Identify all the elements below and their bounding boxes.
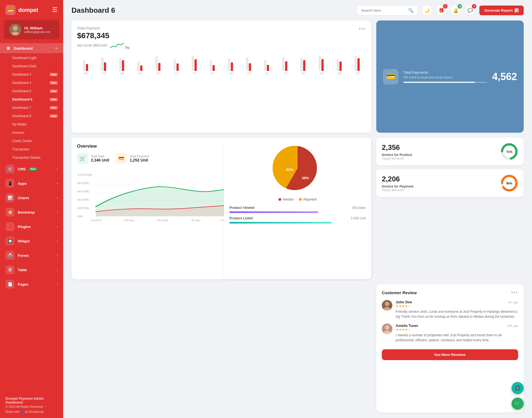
red-bar xyxy=(140,65,142,71)
sidebar-section-item[interactable]: 📱 Apps › xyxy=(0,176,63,191)
new-badge: New xyxy=(50,89,58,93)
reviewer-2-avatar xyxy=(382,324,392,334)
svg-point-1 xyxy=(13,26,18,31)
sidebar-submenu-item[interactable]: Dashboard 8New xyxy=(0,112,63,120)
bar-label: 13 xyxy=(211,72,214,75)
sidebar-submenu-item[interactable]: Dashboard 4New xyxy=(0,79,63,87)
bar-group: 15 xyxy=(240,49,257,75)
header: Dashboard 6 🔍 🌙 🎁 2 🔔 12 💬 5 Gen xyxy=(63,0,532,20)
svg-text:1000k: 1000k xyxy=(77,173,93,176)
gray-bar xyxy=(228,58,230,71)
bar-label: 14 xyxy=(229,72,232,75)
sidebar-submenu-item[interactable]: Transaction xyxy=(0,145,63,153)
red-bar xyxy=(321,59,324,71)
section-label: Widget xyxy=(18,239,30,243)
sidebar-section-item[interactable]: 🖨️ Forms › xyxy=(0,248,63,263)
header-right: 🔍 🌙 🎁 2 🔔 12 💬 5 Generate Report 📊 xyxy=(357,5,524,16)
inv-product-target: Target 3k/month xyxy=(382,157,412,160)
fab-container: 🎧 🛒 xyxy=(511,382,524,410)
hamburger-icon[interactable]: ☰ xyxy=(52,6,58,14)
sidebar-footer: Dompet Payment Admin Dashboard © 2023 Al… xyxy=(0,392,63,418)
invoice-legend-label: Invoice xyxy=(283,198,293,201)
sidebar-section-item[interactable]: 📄 Pages › xyxy=(0,277,63,291)
sidebar-submenu-item[interactable]: My Wallet xyxy=(0,120,63,129)
dashboard-icon: ⊞ xyxy=(6,46,11,50)
generate-report-button[interactable]: Generate Report 📊 xyxy=(479,6,524,15)
footer-made-with: Made with 💙 by DexignLab xyxy=(6,410,58,414)
sidebar-section-item[interactable]: 📊 Charts › xyxy=(0,191,63,205)
sidebar-section-item[interactable]: 🔲 Widget › xyxy=(0,234,63,248)
sidebar-submenu-item[interactable]: Dashboard 7New xyxy=(0,104,63,112)
page-title: Dashboard 6 xyxy=(71,6,115,15)
sidebar-submenu-item[interactable]: Dashboard Light xyxy=(0,54,63,62)
last-month-text: last month $563,443 xyxy=(77,43,107,47)
chat-button[interactable]: 💬 5 xyxy=(465,5,475,16)
bar-label: 09 xyxy=(139,72,141,75)
gray-bar xyxy=(319,56,321,71)
gray-bar xyxy=(174,59,176,71)
bar-group: 18 xyxy=(295,49,311,75)
bar-wrap xyxy=(337,49,342,71)
section-icon: 📊 xyxy=(6,193,14,202)
inv-payment-target: Target 3k/month xyxy=(382,188,413,192)
review-more-icon[interactable]: ••• xyxy=(511,290,518,296)
svg-point-32 xyxy=(385,302,389,306)
sidebar-submenu-item[interactable]: Dashboard 6New xyxy=(0,95,63,104)
red-bar xyxy=(177,63,179,71)
bar-group: 19 xyxy=(313,49,329,75)
mini-line-chart xyxy=(110,41,124,49)
bar-label: 21 xyxy=(356,72,359,75)
main-content: Dashboard 6 🔍 🌙 🎁 2 🔔 12 💬 5 Gen xyxy=(63,0,532,418)
bell-button[interactable]: 🔔 12 xyxy=(451,5,461,16)
gray-bar xyxy=(83,60,85,71)
reviewer-2-text: I viewed a number of properties with Jus… xyxy=(396,333,518,343)
sidebar-submenu-item[interactable]: Dashboard 3New xyxy=(0,70,63,79)
footer-title: Dompet Payment Admin Dashboard xyxy=(6,397,58,404)
sidebar-submenu-item[interactable]: Dashboard Dark xyxy=(0,62,63,70)
bar-label: 20 xyxy=(338,72,341,75)
review-item-2: Amelia Tuner 10h ago ★★★★★ I viewed a nu… xyxy=(382,324,518,343)
customer-review-card: Customer Review ••• John Doe 5m ago ★★★★… xyxy=(376,284,524,412)
red-bar xyxy=(195,59,197,71)
red-bar xyxy=(303,60,305,71)
chevron-right-icon: › xyxy=(57,182,58,185)
svg-text:38%: 38% xyxy=(302,176,309,180)
sidebar-section-item[interactable]: ⚙️ CMS New › xyxy=(0,162,63,176)
product-stats: Product Viewed 561/days Product Listed 3… xyxy=(229,206,366,224)
cart-fab[interactable]: 🛒 xyxy=(511,398,524,410)
new-badge: New xyxy=(50,106,58,109)
sidebar-submenu-item[interactable]: Transaction Details xyxy=(0,153,63,162)
bar-wrap xyxy=(210,49,215,71)
see-more-reviews-button[interactable]: See More Reviews xyxy=(382,349,518,360)
sidebar: 💳 dompet ☰ Hi, William william@gmail.com… xyxy=(0,0,63,418)
sidebar-submenu-item[interactable]: Cards Center xyxy=(0,137,63,145)
inv-product-value: 2,356 xyxy=(382,143,412,152)
section-icon: 📱 xyxy=(6,179,14,188)
sidebar-logo: 💳 dompet xyxy=(6,5,38,15)
sidebar-item-dashboard[interactable]: ⊞ Dashboard ▼ xyxy=(0,43,63,53)
support-fab[interactable]: 🎧 xyxy=(511,382,524,394)
chat-badge: 5 xyxy=(472,4,476,9)
search-icon: 🔍 xyxy=(408,8,414,13)
bar-label: 19 xyxy=(320,72,323,75)
gray-bar xyxy=(192,55,194,71)
gray-bar xyxy=(210,60,212,71)
bar-wrap xyxy=(300,49,305,71)
chevron-right-icon: › xyxy=(57,254,58,257)
sidebar-submenu-item[interactable]: Invoices xyxy=(0,129,63,137)
pie-chart-card: 62% 38% Invoice Payment Product Viewed 5… xyxy=(224,138,371,279)
search-input[interactable] xyxy=(361,8,406,12)
red-bar xyxy=(104,62,106,71)
more-options-icon[interactable]: ••• xyxy=(359,26,366,32)
sidebar-section-item[interactable]: ☰ Table › xyxy=(0,263,63,277)
moon-toggle-button[interactable]: 🌙 xyxy=(422,5,432,16)
gift-button[interactable]: 🎁 2 xyxy=(436,5,447,16)
red-bar xyxy=(122,60,124,71)
chevron-right-icon: › xyxy=(57,211,58,214)
sidebar-submenu-item[interactable]: Dashboard 5New xyxy=(0,87,63,95)
section-icon: ❤️ xyxy=(6,222,14,231)
bar-wrap xyxy=(228,49,233,71)
sidebar-section-item[interactable]: ⭐ Bootstrap › xyxy=(0,205,63,219)
gray-bar xyxy=(282,57,285,71)
sidebar-section-item[interactable]: ❤️ Plugins › xyxy=(0,219,63,234)
